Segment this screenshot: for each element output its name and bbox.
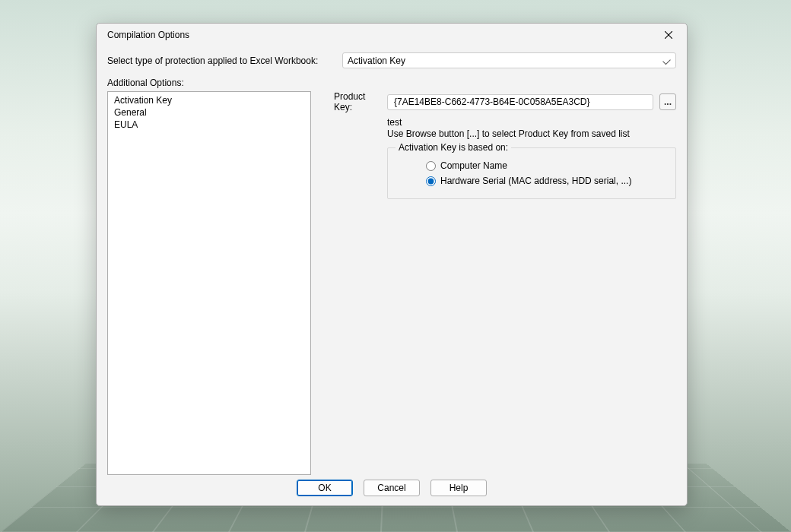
product-key-hint: test Use Browse button [...] to select P…	[387, 117, 676, 140]
activation-basis-legend: Activation Key is based on:	[396, 142, 511, 153]
dialog-title: Compilation Options	[107, 30, 189, 40]
dialog-content: Select type of protection applied to Exc…	[97, 46, 687, 505]
list-item[interactable]: General	[108, 106, 310, 119]
close-button[interactable]	[656, 26, 681, 44]
radio-computer-name[interactable]	[426, 161, 436, 171]
hint-line-2: Use Browse button [...] to select Produc…	[387, 128, 676, 140]
cancel-button[interactable]: Cancel	[364, 480, 420, 496]
titlebar: Compilation Options	[97, 24, 687, 46]
protection-combo-wrap: Activation Key	[342, 52, 676, 68]
additional-options-column: Additional Options: Activation Key Gener…	[107, 78, 311, 475]
activation-basis-fieldset: Activation Key is based on: Computer Nam…	[387, 147, 676, 199]
browse-button[interactable]: ...	[659, 93, 676, 110]
button-bar: OK Cancel Help	[107, 475, 676, 505]
protection-label: Select type of protection applied to Exc…	[107, 55, 335, 66]
help-button[interactable]: Help	[430, 480, 487, 496]
body-row: Additional Options: Activation Key Gener…	[107, 78, 676, 475]
product-key-row: Product Key: ...	[334, 91, 676, 112]
protection-type-select[interactable]: Activation Key	[342, 52, 676, 68]
radio-hardware-serial-row[interactable]: Hardware Serial (MAC address, HDD serial…	[426, 176, 665, 186]
compilation-options-dialog: Compilation Options Select type of prote…	[96, 23, 688, 506]
product-key-label: Product Key:	[334, 91, 381, 112]
additional-options-label: Additional Options:	[107, 78, 311, 88]
radio-hardware-serial-label[interactable]: Hardware Serial (MAC address, HDD serial…	[440, 176, 631, 186]
list-item[interactable]: EULA	[108, 119, 310, 131]
ok-button[interactable]: OK	[297, 480, 353, 496]
radio-hardware-serial[interactable]	[426, 176, 436, 186]
close-icon	[665, 31, 672, 39]
list-item[interactable]: Activation Key	[108, 94, 310, 106]
protection-row: Select type of protection applied to Exc…	[107, 52, 676, 68]
product-key-input[interactable]	[387, 94, 653, 110]
radio-computer-name-row[interactable]: Computer Name	[426, 160, 665, 171]
additional-options-listbox[interactable]: Activation Key General EULA	[107, 91, 311, 475]
hint-line-1: test	[387, 117, 676, 128]
radio-computer-name-label[interactable]: Computer Name	[440, 160, 507, 171]
details-column: Product Key: ... test Use Browse button …	[334, 78, 676, 475]
